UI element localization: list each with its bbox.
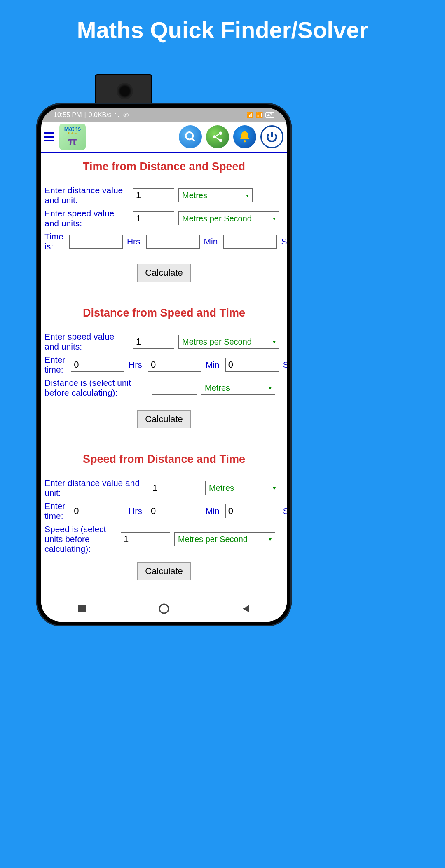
search-button[interactable] (179, 125, 202, 148)
svg-marker-10 (243, 605, 249, 612)
nav-recent-button[interactable] (77, 604, 87, 615)
nav-back-button[interactable] (241, 604, 251, 615)
distance-output[interactable] (152, 381, 197, 395)
time-result-label: Time is: (44, 232, 63, 251)
min-label: Min (206, 360, 220, 370)
speed-input[interactable] (133, 211, 174, 225)
distance-label: Enter distance value and unit: (44, 478, 145, 498)
hours-output[interactable] (69, 235, 123, 249)
speed-section: Speed from Distance and Time Enter dista… (44, 446, 283, 591)
nav-bar (41, 597, 287, 622)
chevron-down-icon: ▾ (269, 536, 272, 542)
distance-input[interactable] (150, 481, 201, 495)
minutes-output[interactable] (146, 235, 200, 249)
chevron-down-icon: ▾ (273, 338, 276, 345)
alarm-icon: ⏱ (114, 111, 121, 119)
section-title: Speed from Distance and Time (44, 453, 283, 466)
svg-point-7 (244, 140, 246, 142)
time-section: Time from Distance and Speed Enter dista… (44, 153, 283, 292)
speed-label: Enter speed value and units: (44, 209, 129, 228)
distance-section: Distance from Speed and Time Enter speed… (44, 299, 283, 439)
chevron-down-icon: ▾ (246, 192, 249, 199)
min-label: Min (206, 506, 220, 516)
power-icon (265, 130, 279, 143)
speed-label: Enter speed value and units: (44, 332, 129, 352)
search-icon (184, 131, 197, 143)
promo-title: Maths Quick Finder/Solver (0, 0, 445, 68)
seconds-input[interactable] (225, 504, 279, 518)
calculate-button[interactable]: Calculate (137, 264, 191, 282)
divider (44, 296, 283, 296)
hrs-label: Hrs (127, 237, 141, 246)
hours-input[interactable] (71, 358, 124, 372)
distance-unit-select[interactable]: Metres ▾ (178, 188, 253, 202)
power-button[interactable] (260, 125, 283, 148)
chevron-down-icon: ▾ (269, 385, 272, 391)
chevron-down-icon: ▾ (273, 215, 276, 222)
svg-line-1 (192, 138, 194, 141)
speed-unit-select[interactable]: Metres per Second ▾ (178, 335, 279, 349)
notifications-button[interactable] (233, 125, 256, 148)
content-area[interactable]: Time from Distance and Speed Enter dista… (41, 153, 287, 597)
speed-unit-select[interactable]: Metres per Second ▾ (178, 211, 279, 225)
phone-frame: 10:55 PM | 0.0KB/s ⏱ ✆ 📶 📶 47 Maths Solv… (36, 103, 292, 626)
svg-point-0 (186, 132, 193, 140)
svg-line-6 (215, 137, 220, 140)
section-title: Time from Distance and Speed (44, 160, 283, 173)
sec-label: Se (283, 506, 287, 516)
share-button[interactable] (206, 125, 229, 148)
wifi-icon: 📶 (246, 112, 253, 118)
bell-icon (238, 130, 251, 143)
phone-camera-bump (95, 74, 152, 107)
distance-result-label: Distance is (select unit before calculat… (44, 378, 148, 398)
app-logo[interactable]: Maths Solver π (59, 124, 86, 150)
svg-rect-8 (78, 605, 86, 612)
status-bar: 10:55 PM | 0.0KB/s ⏱ ✆ 📶 📶 47 (41, 108, 287, 122)
svg-point-9 (159, 604, 169, 613)
time-label: Enter time: (44, 355, 65, 375)
phone-screen: 10:55 PM | 0.0KB/s ⏱ ✆ 📶 📶 47 Maths Solv… (41, 108, 287, 622)
nav-home-button[interactable] (158, 603, 170, 616)
min-label: Min (204, 237, 218, 246)
calculate-button[interactable]: Calculate (137, 410, 191, 428)
triangle-back-icon (241, 604, 251, 614)
app-header: Maths Solver π (41, 122, 287, 153)
battery-indicator: 47 (265, 112, 274, 118)
speed-input[interactable] (133, 335, 174, 349)
hours-input[interactable] (71, 504, 124, 518)
hrs-label: Hrs (129, 506, 142, 516)
distance-unit-select[interactable]: Metres ▾ (201, 381, 275, 395)
distance-label: Enter distance value and unit: (44, 185, 129, 205)
speed-output[interactable] (121, 532, 170, 546)
chevron-down-icon: ▾ (273, 485, 276, 491)
distance-input[interactable] (133, 188, 174, 202)
distance-unit-select[interactable]: Metres ▾ (205, 481, 279, 495)
time-label: Enter time: (44, 501, 65, 521)
share-icon (211, 131, 224, 143)
speed-unit-select[interactable]: Metres per Second ▾ (174, 532, 275, 546)
svg-line-5 (215, 134, 220, 136)
sec-label: Se (281, 237, 287, 246)
menu-button[interactable] (44, 130, 56, 143)
circle-icon (158, 603, 170, 615)
divider (44, 442, 283, 442)
square-icon (77, 604, 87, 614)
signal-icon: 📶 (256, 112, 263, 118)
seconds-input[interactable] (225, 358, 279, 372)
speed-result-label: Speed is (select units before calculatin… (44, 524, 117, 554)
calculate-button[interactable]: Calculate (137, 562, 191, 580)
whatsapp-icon: ✆ (123, 111, 129, 119)
hrs-label: Hrs (129, 360, 142, 370)
minutes-input[interactable] (148, 504, 201, 518)
status-time: 10:55 PM (54, 111, 82, 119)
status-data-rate: 0.0KB/s (89, 111, 112, 119)
minutes-input[interactable] (148, 358, 201, 372)
sec-label: Se (283, 360, 287, 370)
seconds-output[interactable] (223, 235, 277, 249)
section-title: Distance from Speed and Time (44, 307, 283, 319)
